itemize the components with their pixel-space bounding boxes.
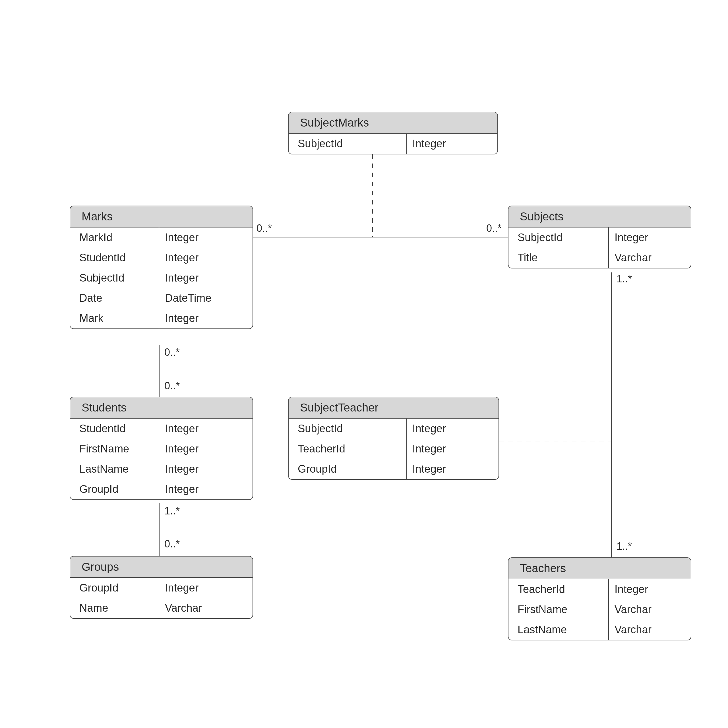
field-type: Integer — [609, 228, 691, 248]
field-type: Integer — [159, 248, 252, 268]
table-row: Date DateTime — [70, 288, 252, 308]
field-type: Varchar — [609, 619, 691, 640]
field-name: StudentId — [70, 248, 159, 268]
entity-subjects: Subjects SubjectId Integer Title Varchar — [508, 206, 691, 268]
field-name: TeacherId — [289, 439, 407, 459]
multiplicity-label: 1..* — [616, 273, 632, 285]
field-name: GroupId — [289, 459, 407, 479]
multiplicity-label: 1..* — [164, 505, 180, 517]
field-type: Integer — [407, 134, 497, 154]
multiplicity-label: 0..* — [257, 222, 272, 234]
field-name: Title — [508, 248, 609, 268]
entity-title: Groups — [70, 557, 252, 578]
field-name: Mark — [70, 308, 159, 329]
field-type: Varchar — [159, 598, 252, 618]
field-type: Integer — [159, 308, 252, 329]
entity-rows: SubjectId Integer TeacherId Integer Grou… — [289, 419, 499, 479]
field-type: Integer — [159, 228, 252, 248]
field-name: SubjectId — [70, 268, 159, 288]
field-name: FirstName — [508, 600, 609, 619]
entity-groups: Groups GroupId Integer Name Varchar — [70, 556, 253, 619]
field-name: SubjectId — [289, 419, 407, 439]
entity-rows: MarkId Integer StudentId Integer Subject… — [70, 228, 252, 329]
field-type: Integer — [159, 419, 252, 439]
entity-title: Subjects — [508, 206, 691, 228]
field-name: Name — [70, 598, 159, 618]
entity-rows: SubjectId Integer — [289, 134, 497, 154]
field-name: StudentId — [70, 419, 159, 439]
entity-rows: TeacherId Integer FirstName Varchar Last… — [508, 579, 691, 640]
entity-teachers: Teachers TeacherId Integer FirstName Var… — [508, 557, 691, 641]
entity-marks: Marks MarkId Integer StudentId Integer S… — [70, 206, 253, 329]
table-row: FirstName Varchar — [508, 600, 691, 619]
table-row: GroupId Integer — [70, 578, 252, 598]
field-type: Integer — [159, 578, 252, 598]
table-row: GroupId Integer — [289, 459, 499, 479]
field-type: Integer — [609, 579, 691, 600]
entity-students: Students StudentId Integer FirstName Int… — [70, 397, 253, 500]
field-name: SubjectId — [508, 228, 609, 248]
field-type: Integer — [159, 439, 252, 459]
field-name: LastName — [508, 619, 609, 640]
table-row: SubjectId Integer — [289, 419, 499, 439]
multiplicity-label: 0..* — [486, 222, 502, 234]
table-row: SubjectId Integer — [289, 134, 497, 154]
field-type: Varchar — [609, 248, 691, 268]
entity-subject-teacher: SubjectTeacher SubjectId Integer Teacher… — [288, 397, 499, 480]
field-type: Integer — [407, 439, 499, 459]
table-row: TeacherId Integer — [289, 439, 499, 459]
entity-title: Students — [70, 397, 252, 419]
multiplicity-label: 1..* — [616, 540, 632, 552]
table-row: MarkId Integer — [70, 228, 252, 248]
field-type: Integer — [407, 419, 499, 439]
multiplicity-label: 0..* — [164, 538, 180, 550]
entity-title: Marks — [70, 206, 252, 228]
table-row: SubjectId Integer — [70, 268, 252, 288]
diagram-canvas: SubjectMarks SubjectId Integer Marks Mar… — [0, 0, 728, 728]
multiplicity-label: 0..* — [164, 380, 180, 392]
table-row: LastName Varchar — [508, 619, 691, 640]
field-type: Integer — [407, 459, 499, 479]
table-row: TeacherId Integer — [508, 579, 691, 600]
multiplicity-label: 0..* — [164, 346, 180, 358]
table-row: Title Varchar — [508, 248, 691, 268]
field-type: Integer — [159, 268, 252, 288]
field-name: FirstName — [70, 439, 159, 459]
field-type: Integer — [159, 479, 252, 499]
entity-title: SubjectTeacher — [289, 397, 499, 419]
field-type: Varchar — [609, 600, 691, 619]
table-row: FirstName Integer — [70, 439, 252, 459]
entity-rows: GroupId Integer Name Varchar — [70, 578, 252, 618]
table-row: GroupId Integer — [70, 479, 252, 499]
table-row: LastName Integer — [70, 459, 252, 479]
field-name: TeacherId — [508, 579, 609, 600]
table-row: Mark Integer — [70, 308, 252, 329]
entity-rows: StudentId Integer FirstName Integer Last… — [70, 419, 252, 499]
field-type: DateTime — [159, 288, 252, 308]
table-row: StudentId Integer — [70, 419, 252, 439]
field-name: Date — [70, 288, 159, 308]
field-type: Integer — [159, 459, 252, 479]
entity-title: SubjectMarks — [289, 112, 497, 134]
entity-subject-marks: SubjectMarks SubjectId Integer — [288, 112, 498, 154]
entity-rows: SubjectId Integer Title Varchar — [508, 228, 691, 268]
field-name: LastName — [70, 459, 159, 479]
table-row: SubjectId Integer — [508, 228, 691, 248]
field-name: MarkId — [70, 228, 159, 248]
field-name: GroupId — [70, 479, 159, 499]
entity-title: Teachers — [508, 558, 691, 579]
table-row: Name Varchar — [70, 598, 252, 618]
field-name: SubjectId — [289, 134, 407, 154]
field-name: GroupId — [70, 578, 159, 598]
table-row: StudentId Integer — [70, 248, 252, 268]
